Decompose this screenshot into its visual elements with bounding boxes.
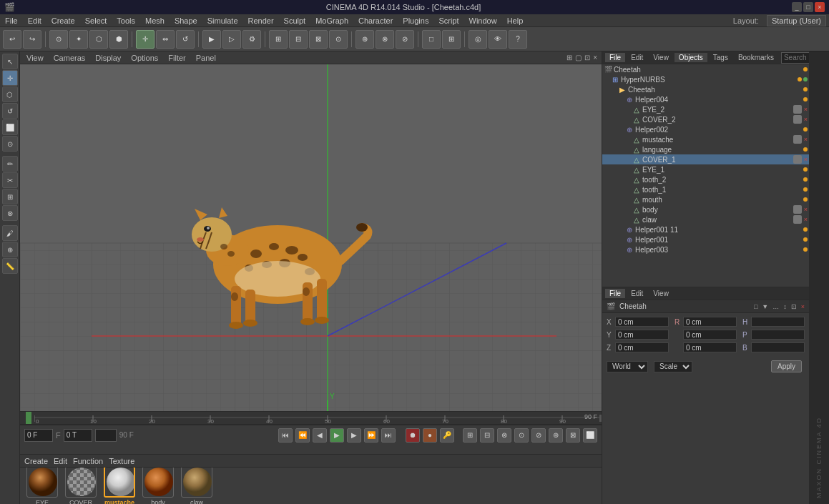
menu-mesh[interactable]: Mesh [143,16,167,26]
material-claw[interactable]: claw [179,468,215,504]
tree-x-body[interactable]: × [804,206,808,213]
menu-help[interactable]: Help [505,16,526,26]
snap-button[interactable]: ⊕ [355,30,374,49]
coord-world-select[interactable]: World Object Parent [607,361,648,372]
material-mustache-preview[interactable] [104,468,135,498]
tab-filter[interactable]: Filter [166,54,187,62]
deselect-button[interactable]: ⊟ [289,30,308,49]
tree-item-hypernurbs[interactable]: ⊞ HyperNURBS [602,74,809,84]
tree-x-cover1[interactable]: × [804,156,808,163]
coord-ctrl-down[interactable]: ▼ [762,303,768,310]
coord-tab-view[interactable]: View [649,289,673,298]
obj-tab-file[interactable]: File [605,53,625,62]
tab-display[interactable]: Display [93,54,123,62]
viewport[interactable]: Perspective [20,64,602,411]
coord-field-hx[interactable] [751,317,805,327]
coord-ctrl-grid[interactable]: ⊡ [791,303,797,310]
tree-item-tooth2[interactable]: △ tooth_2 [602,174,809,184]
menu-simulate[interactable]: Simulate [205,16,240,26]
material-cover-preview[interactable] [65,468,97,498]
coord-field-ry[interactable]: 0 cm [683,330,737,340]
play-button[interactable]: ▶ [330,428,344,443]
render-settings-button[interactable]: ⚙ [242,30,261,49]
tree-item-cheetah-root[interactable]: 🎬 Cheetah [602,64,809,74]
next-key-button[interactable]: ▶ [347,428,361,443]
apply-button[interactable]: Apply [771,360,802,372]
bridge-tool[interactable]: ⊞ [2,189,18,204]
autokey-button[interactable]: ● [423,428,437,443]
obj-tab-edit[interactable]: Edit [627,53,647,62]
mode-object[interactable]: ⊙ [49,30,68,49]
prev-frame-button[interactable]: ⏪ [295,428,310,443]
coord-tab-edit[interactable]: Edit [627,289,647,298]
render-view-button[interactable]: ▶ [202,30,221,49]
anim-settings5[interactable]: ⊘ [531,428,546,443]
material-body-preview[interactable] [142,468,174,498]
coord-field-rx[interactable]: 0 cm [683,317,737,327]
layout-four-button[interactable]: ⊞ [442,30,461,49]
anim-settings8[interactable]: ⬜ [583,428,597,443]
tree-item-helper004[interactable]: ⊕ Helper004 [602,94,809,104]
menu-character[interactable]: Character [356,16,395,26]
tree-item-helper001[interactable]: ⊕ Helper001 [602,234,809,244]
tree-item-eye2[interactable]: △ EYE_2 × [602,104,809,114]
coord-ctrl-close[interactable]: × [801,303,805,310]
preview-frame-field[interactable] [95,429,117,442]
scale-tool-left[interactable]: ⬡ [2,87,18,102]
anim-settings4[interactable]: ⊙ [514,428,529,443]
mode-polygon[interactable]: ⬢ [109,30,128,49]
coord-field-z-pos[interactable]: 0 cm [615,342,669,352]
scale-tool[interactable]: ⇔ [156,30,175,49]
coord-field-hz[interactable] [751,342,805,352]
layout-value[interactable]: Startup (User) [767,15,826,26]
mat-texture[interactable]: Texture [109,457,134,465]
coord-field-y-pos[interactable]: 0 cm [615,330,669,340]
undo-button[interactable]: ↩ [3,30,21,49]
mode-edges[interactable]: ⬡ [89,30,108,49]
tree-item-helper002[interactable]: ⊕ Helper002 [602,124,809,134]
move-tool-left[interactable]: ✛ [2,70,18,86]
tab-view[interactable]: View [24,54,46,62]
help-button[interactable]: ? [509,30,527,49]
coord-scale-select[interactable]: Scale Size [654,361,692,372]
keyframe-button[interactable]: 🔑 [440,428,454,443]
move-tool[interactable]: ✛ [136,30,154,49]
menu-select[interactable]: Select [83,16,109,26]
menu-mograph[interactable]: MoGraph [313,16,350,26]
tree-x-cover2[interactable]: × [804,116,808,123]
select-box[interactable]: ⬜ [2,119,18,135]
material-cover[interactable]: COVER [63,468,99,504]
obj-tab-objects[interactable]: Objects [675,53,707,62]
tree-item-cover2[interactable]: △ COVER_2 × [602,114,809,124]
tree-item-cheetah-obj[interactable]: ▶ Cheetah [602,84,809,94]
tab-panel[interactable]: Panel [194,54,218,62]
menu-edit[interactable]: Edit [26,16,44,26]
tree-x-claw[interactable]: × [804,216,808,223]
timeline-ruler[interactable]: 0 10 20 30 40 50 60 70 80 [20,412,602,425]
invert-sel-button[interactable]: ⊠ [309,30,328,49]
minimize-button[interactable]: _ [792,2,802,12]
obj-tab-view[interactable]: View [649,53,673,62]
menu-sculpt[interactable]: Sculpt [282,16,308,26]
tree-item-body[interactable]: △ body × [602,204,809,214]
coord-ctrl-arrows[interactable]: ↕ [783,303,787,310]
mode-points[interactable]: ✦ [69,30,88,49]
coord-system-button[interactable]: ⊘ [396,30,414,49]
go-start-button[interactable]: ⏮ [278,428,293,443]
coord-ctrl-dots[interactable]: … [772,303,779,310]
anim-settings2[interactable]: ⊟ [480,428,494,443]
measure-tool[interactable]: 📏 [2,258,18,274]
tab-options[interactable]: Options [129,54,160,62]
tree-item-language[interactable]: △ language [602,144,809,154]
magnet-tool[interactable]: ⊗ [2,205,18,221]
knife-tool[interactable]: ✂ [2,172,18,188]
menu-plugins[interactable]: Plugins [401,16,431,26]
material-eye[interactable]: EYE [24,468,60,504]
coord-field-hy[interactable] [751,330,805,340]
anim-settings6[interactable]: ⊕ [549,428,563,443]
tree-x-eye2[interactable]: × [804,106,808,113]
go-end-button[interactable]: ⏭ [381,428,396,443]
mat-create[interactable]: Create [24,457,48,465]
rotate-tool[interactable]: ↺ [176,30,195,49]
tree-item-helper003[interactable]: ⊕ Helper003 [602,244,809,255]
